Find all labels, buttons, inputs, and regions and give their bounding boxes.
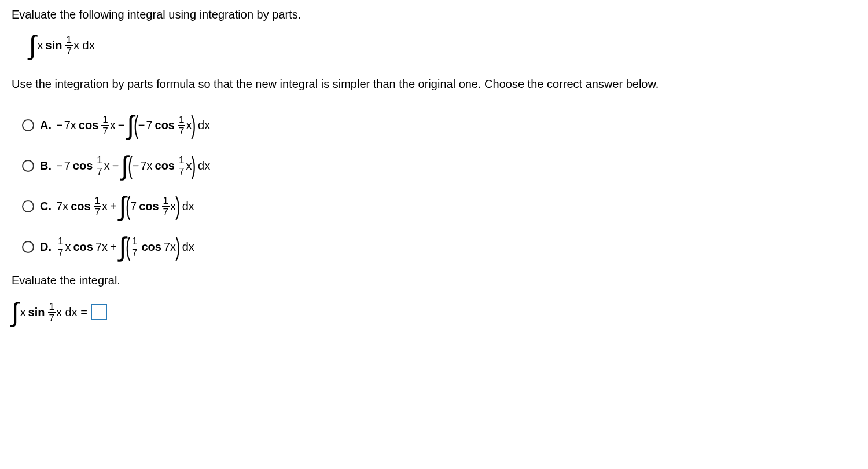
radio-icon[interactable] xyxy=(22,241,34,253)
fraction: 1 7 xyxy=(178,155,185,177)
paren-right-icon: ) xyxy=(192,112,196,138)
radio-option-c[interactable]: C. 7x cos 1 7 x + ∫ ( 7 cos xyxy=(22,193,856,219)
radio-option-b[interactable]: B. − 7 cos 1 7 x − ∫ ( − 7x xyxy=(22,152,856,179)
var-x: x xyxy=(38,39,43,52)
option-label-b: B. xyxy=(40,159,56,173)
fraction: 1 7 xyxy=(94,196,101,217)
instruction-1: Evaluate the following integral using in… xyxy=(12,8,856,21)
fraction: 1 7 xyxy=(65,35,73,56)
option-label-d: D. xyxy=(40,240,56,254)
option-d-expr: 1 7 x cos 7x + ∫ ( 1 7 cos 7x xyxy=(56,233,194,260)
evaluate-expression: ∫ x sin 1 7 x dx = xyxy=(12,299,856,325)
fraction: 1 7 xyxy=(162,196,170,217)
option-a-expr: − 7x cos 1 7 x − ∫ ( − 7 cos xyxy=(56,112,210,138)
paren-left-icon: ( xyxy=(126,234,131,259)
paren-right-icon: ) xyxy=(175,234,180,259)
tail: x dx = xyxy=(56,306,87,319)
paren-left-icon: ( xyxy=(126,193,131,219)
problem-integral: ∫ x sin 1 7 x dx xyxy=(29,32,856,58)
integral-sign-icon: ∫ xyxy=(29,32,36,58)
fraction: 1 7 xyxy=(101,115,109,136)
radio-option-d[interactable]: D. 1 7 x cos 7x + ∫ ( 1 7 xyxy=(22,233,856,260)
paren-left-icon: ( xyxy=(134,112,138,138)
fraction: 1 7 xyxy=(178,115,185,136)
answer-input[interactable] xyxy=(91,304,107,320)
var-x: x xyxy=(20,306,26,319)
instruction-2: Use the integration by parts formula so … xyxy=(12,78,856,91)
paren-right-icon: ) xyxy=(175,193,180,219)
paren-left-icon: ( xyxy=(128,153,133,178)
options-group: A. − 7x cos 1 7 x − ∫ ( − 7 xyxy=(22,112,856,260)
option-c-expr: 7x cos 1 7 x + ∫ ( 7 cos 1 xyxy=(56,193,194,219)
fraction: 1 7 xyxy=(48,302,56,323)
fraction: 1 7 xyxy=(57,236,64,258)
option-label-a: A. xyxy=(40,119,56,132)
tail: x dx xyxy=(73,39,95,52)
evaluate-label: Evaluate the integral. xyxy=(12,274,856,287)
radio-option-a[interactable]: A. − 7x cos 1 7 x − ∫ ( − 7 xyxy=(22,112,856,138)
radio-icon[interactable] xyxy=(22,160,34,172)
paren-right-icon: ) xyxy=(192,153,196,178)
integral-sign-icon: ∫ xyxy=(12,299,19,325)
integral-sign-icon: ∫ xyxy=(127,112,134,138)
integral-sign-icon: ∫ xyxy=(121,152,128,179)
fraction: 1 7 xyxy=(131,236,138,258)
radio-icon[interactable] xyxy=(22,200,34,212)
radio-icon[interactable] xyxy=(22,119,34,131)
func-sin: sin xyxy=(46,39,62,52)
option-b-expr: − 7 cos 1 7 x − ∫ ( − 7x cos xyxy=(56,152,210,179)
option-label-c: C. xyxy=(40,200,56,213)
fraction: 1 7 xyxy=(95,155,103,177)
func-sin: sin xyxy=(28,306,45,319)
